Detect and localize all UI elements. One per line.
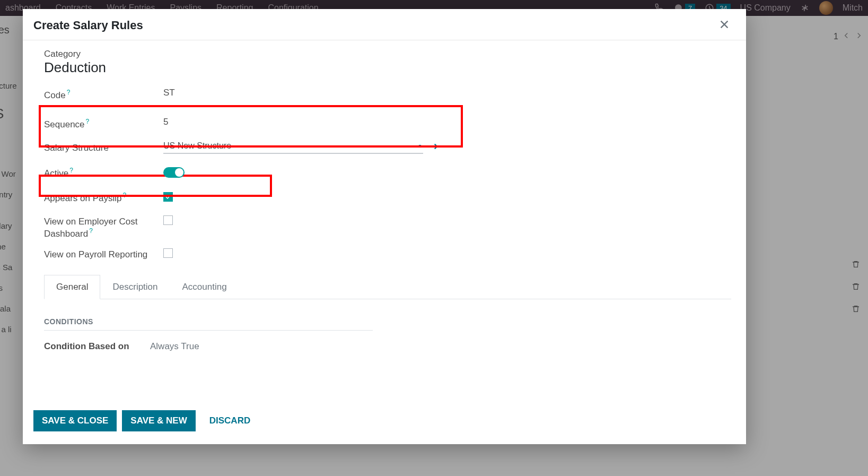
chevron-down-icon[interactable] (417, 141, 423, 151)
modal-body: Category Deduction Code? ST Sequence? 5 … (23, 40, 746, 401)
discard-button[interactable]: DISCARD (201, 410, 259, 431)
label-appears-on-payslip: Appears on Payslip? (44, 191, 163, 204)
create-salary-rules-modal: Create Salary Rules Category Deduction C… (23, 9, 746, 444)
label-salary-structure: Salary Structure (44, 142, 163, 153)
label-sequence: Sequence? (44, 117, 163, 130)
save-new-button[interactable]: SAVE & NEW (122, 410, 195, 431)
label-category: Category (44, 48, 163, 59)
label-payroll-reporting: View on Payroll Reporting (44, 248, 163, 260)
salary-structure-value: US New Structure (163, 141, 231, 151)
employer-cost-checkbox[interactable] (163, 215, 173, 225)
help-icon[interactable]: ? (67, 89, 71, 96)
help-icon[interactable]: ? (69, 167, 73, 174)
help-icon[interactable]: ? (122, 192, 126, 199)
value-category: Deduction (44, 59, 731, 76)
modal-footer: SAVE & CLOSE SAVE & NEW DISCARD (23, 401, 746, 444)
label-code: Code? (44, 88, 163, 101)
save-close-button[interactable]: SAVE & CLOSE (33, 410, 117, 431)
conditions-heading: CONDITIONS (44, 317, 373, 331)
close-icon[interactable] (718, 19, 730, 32)
tab-general[interactable]: General (44, 275, 100, 299)
label-condition-based-on: Condition Based on (44, 341, 150, 352)
active-toggle[interactable] (163, 167, 185, 178)
modal-header: Create Salary Rules (23, 9, 746, 40)
modal-title: Create Salary Rules (33, 19, 143, 32)
tab-description[interactable]: Description (100, 275, 170, 299)
value-condition-based-on[interactable]: Always True (150, 341, 199, 352)
help-icon[interactable]: ? (86, 118, 90, 125)
label-employer-cost: View on Employer Cost Dashboard? (44, 215, 163, 239)
value-code[interactable]: ST (163, 88, 175, 98)
payroll-reporting-checkbox[interactable] (163, 248, 173, 258)
appears-on-payslip-checkbox[interactable] (163, 192, 173, 202)
label-active: Active? (44, 166, 163, 179)
salary-structure-select[interactable]: US New Structure (163, 141, 423, 154)
external-link-icon[interactable] (429, 142, 439, 153)
value-sequence[interactable]: 5 (163, 117, 168, 127)
help-icon[interactable]: ? (89, 227, 93, 235)
tabs: General Description Accounting (44, 275, 731, 299)
tab-accounting[interactable]: Accounting (170, 275, 239, 299)
